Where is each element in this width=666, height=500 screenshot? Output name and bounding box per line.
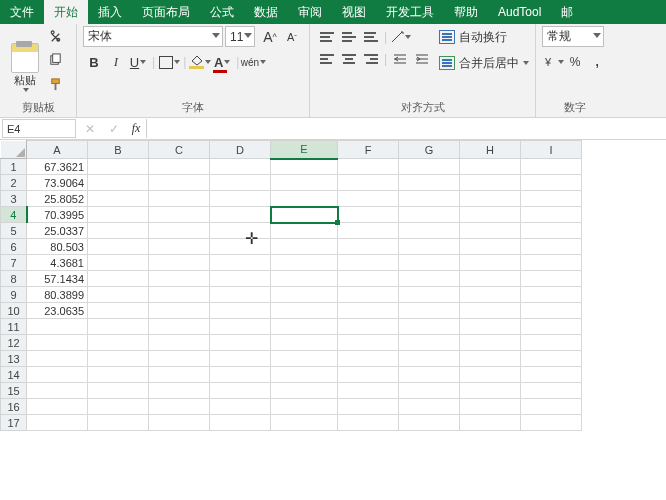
wrap-text-button[interactable]: 自动换行 [439, 26, 529, 48]
decrease-font-button[interactable]: Aˇ [281, 26, 303, 48]
cell[interactable] [27, 399, 88, 415]
cell[interactable] [399, 335, 460, 351]
cell[interactable] [521, 351, 582, 367]
cell[interactable] [210, 319, 271, 335]
cell[interactable] [521, 255, 582, 271]
cell[interactable] [521, 303, 582, 319]
cell[interactable] [399, 207, 460, 223]
cell[interactable] [27, 351, 88, 367]
cell[interactable] [338, 159, 399, 175]
row-header-16[interactable]: 16 [1, 399, 27, 415]
cell[interactable] [460, 335, 521, 351]
cell[interactable] [210, 271, 271, 287]
comma-button[interactable]: , [586, 51, 608, 73]
cell[interactable] [521, 319, 582, 335]
cell[interactable] [88, 383, 149, 399]
cell[interactable] [149, 399, 210, 415]
cell[interactable] [338, 207, 399, 223]
cell[interactable] [149, 319, 210, 335]
increase-font-button[interactable]: A^ [259, 26, 281, 48]
cell[interactable] [271, 223, 338, 239]
cell[interactable] [521, 415, 582, 431]
cell[interactable] [149, 415, 210, 431]
cell[interactable]: 57.1434 [27, 271, 88, 287]
cell[interactable] [271, 319, 338, 335]
cell[interactable] [521, 223, 582, 239]
cell[interactable] [88, 191, 149, 207]
tab-开始[interactable]: 开始 [44, 0, 88, 24]
cell[interactable] [149, 335, 210, 351]
cell[interactable] [399, 287, 460, 303]
paste-button[interactable]: 粘贴 [6, 26, 44, 92]
cell[interactable] [399, 319, 460, 335]
number-format-combo[interactable]: 常规 [542, 26, 604, 47]
cell[interactable] [460, 175, 521, 191]
cell[interactable] [149, 367, 210, 383]
chevron-down-icon[interactable] [244, 33, 252, 38]
tab-AudTool[interactable]: AudTool [488, 0, 551, 24]
cell[interactable] [338, 255, 399, 271]
cell[interactable] [460, 191, 521, 207]
cell[interactable] [210, 415, 271, 431]
align-right-button[interactable] [360, 48, 382, 70]
cell[interactable]: 70.3995 [27, 207, 88, 223]
cut-button[interactable] [46, 29, 64, 47]
cell[interactable] [271, 159, 338, 175]
cell[interactable]: 25.8052 [27, 191, 88, 207]
cell[interactable] [88, 287, 149, 303]
increase-indent-button[interactable] [411, 48, 433, 70]
formula-bar[interactable] [146, 119, 666, 138]
bold-button[interactable]: B [83, 51, 105, 73]
cell[interactable] [149, 351, 210, 367]
border-button[interactable] [158, 51, 180, 73]
cell[interactable] [149, 223, 210, 239]
cell[interactable] [460, 207, 521, 223]
cell[interactable] [460, 159, 521, 175]
cell[interactable] [210, 223, 271, 239]
select-all-corner[interactable] [1, 141, 27, 159]
row-header-11[interactable]: 11 [1, 319, 27, 335]
cell[interactable] [460, 239, 521, 255]
cell[interactable]: 4.3681 [27, 255, 88, 271]
accounting-format-button[interactable]: ¥ [542, 51, 564, 73]
cell[interactable] [460, 383, 521, 399]
align-middle-button[interactable] [338, 26, 360, 48]
cell[interactable] [460, 415, 521, 431]
cell[interactable] [521, 287, 582, 303]
cell[interactable] [399, 255, 460, 271]
tab-帮助[interactable]: 帮助 [444, 0, 488, 24]
tab-页面布局[interactable]: 页面布局 [132, 0, 200, 24]
italic-button[interactable]: I [105, 51, 127, 73]
cell[interactable] [210, 303, 271, 319]
row-header-9[interactable]: 9 [1, 287, 27, 303]
cell[interactable] [271, 351, 338, 367]
col-header-E[interactable]: E [271, 141, 338, 159]
format-painter-button[interactable] [46, 75, 64, 93]
cell[interactable] [88, 399, 149, 415]
cell[interactable] [210, 287, 271, 303]
cell[interactable] [149, 287, 210, 303]
cell[interactable] [460, 255, 521, 271]
cell[interactable] [210, 207, 271, 223]
cell[interactable] [88, 351, 149, 367]
cell[interactable] [399, 159, 460, 175]
cell[interactable]: 67.3621 [27, 159, 88, 175]
col-header-G[interactable]: G [399, 141, 460, 159]
cell[interactable] [210, 399, 271, 415]
cell[interactable] [149, 191, 210, 207]
cell[interactable] [27, 415, 88, 431]
cell[interactable] [338, 383, 399, 399]
col-header-I[interactable]: I [521, 141, 582, 159]
row-header-5[interactable]: 5 [1, 223, 27, 239]
row-header-14[interactable]: 14 [1, 367, 27, 383]
row-header-1[interactable]: 1 [1, 159, 27, 175]
cell[interactable] [210, 335, 271, 351]
cell[interactable] [338, 399, 399, 415]
row-header-10[interactable]: 10 [1, 303, 27, 319]
row-header-15[interactable]: 15 [1, 383, 27, 399]
cell[interactable] [271, 271, 338, 287]
cell[interactable] [88, 367, 149, 383]
cell[interactable]: 80.503 [27, 239, 88, 255]
phonetic-button[interactable]: wén [242, 51, 264, 73]
decrease-indent-button[interactable] [389, 48, 411, 70]
